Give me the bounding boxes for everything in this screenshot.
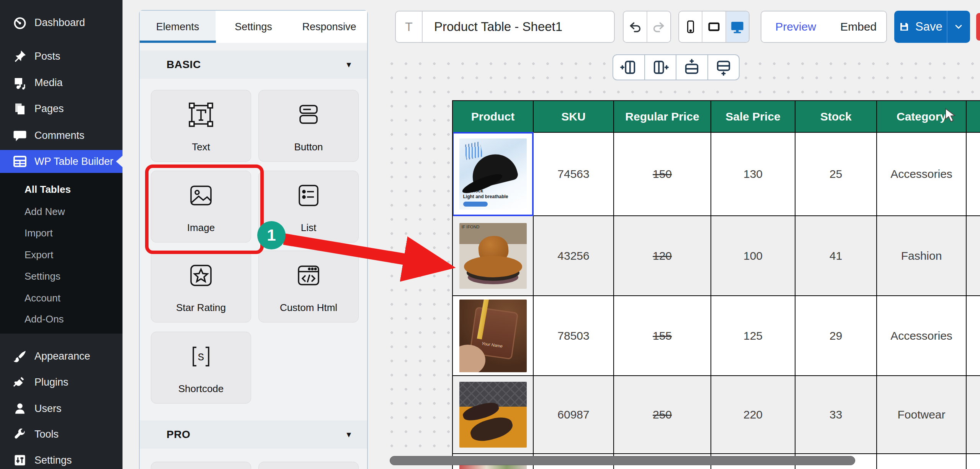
element-card-image[interactable]: Image [151,171,251,243]
sale-price-cell[interactable]: 220 [711,376,795,453]
category-cell[interactable]: Accessories [877,296,967,375]
product-image-cell-selected[interactable]: sunblock Light and breathable [453,133,534,215]
element-card-button[interactable]: Button [258,90,359,162]
sliders-icon [12,453,28,468]
tab-responsive[interactable]: Responsive [291,11,367,43]
sale-price-cell[interactable]: 125 [711,296,795,375]
tablet-preview-button[interactable] [702,11,725,42]
insert-column-after-button[interactable] [644,55,676,80]
regular-price-cell[interactable]: 155 [614,296,711,375]
submenu-item-export[interactable]: Export [24,245,53,264]
table-icon [12,154,28,169]
basic-section-header[interactable]: BASIC ▼ [140,50,367,79]
product-image-cell[interactable]: Your Name [453,296,534,375]
sidebar-item-wp-table-builder[interactable]: WP Table Builder [0,150,122,173]
stock-cell[interactable]: 29 [795,296,877,375]
insert-toolbar [612,54,740,80]
insert-row-after-button[interactable] [707,55,739,80]
column-header-partial [967,101,980,132]
sidebar-item-appearance[interactable]: Appearance [0,343,122,370]
sidebar-item-posts[interactable]: Posts [0,43,122,70]
tab-settings[interactable]: Settings [216,11,291,43]
redo-icon [651,19,666,34]
sale-price-cell[interactable]: 130 [711,133,795,215]
product-photo: Your Name [459,300,527,372]
sidebar-item-tools[interactable]: Tools [0,421,122,448]
save-dropdown-button[interactable] [947,11,970,43]
cell-partial [967,133,980,215]
column-header[interactable]: Sale Price [711,101,795,132]
category-cell[interactable]: Fashion [877,216,967,295]
category-cell[interactable]: Footwear [877,376,967,453]
element-card-text[interactable]: Text [151,90,251,162]
wp-table-builder-screen: Dashboard Posts Media Pages Comments WP [0,0,980,469]
redo-button[interactable] [647,11,670,42]
submenu-item-account[interactable]: Account [24,288,60,308]
table-row: Your Name 78503 155 125 29 Accessories [453,296,980,376]
active-menu-notch [116,156,122,167]
comment-icon [12,128,28,143]
sku-cell[interactable]: 43256 [534,216,614,295]
submenu-item-import[interactable]: Import [24,223,53,243]
product-image-cell[interactable]: IF IFOND [453,216,534,295]
insert-row-before-button[interactable] [676,55,707,80]
column-header[interactable]: Regular Price [614,101,711,132]
submenu-item-settings[interactable]: Settings [24,267,60,286]
preview-embed-group: Preview Embed [761,11,887,43]
list-element-icon [294,181,323,212]
sidebar-item-pages[interactable]: Pages [0,95,122,122]
embed-button[interactable]: Embed [825,11,887,42]
category-cell[interactable]: Accessories [877,133,967,215]
tab-elements[interactable]: Elements [140,11,216,43]
photo-badge [463,202,488,207]
preview-button[interactable]: Preview [761,11,825,42]
sku-cell[interactable]: 78503 [534,296,614,375]
table-name-input[interactable]: Product Table - Sheet1 [423,11,614,42]
cell-partial [967,296,980,375]
element-card-partial[interactable] [258,462,359,469]
element-card-shortcode[interactable]: S Shortcode [151,332,251,404]
element-card-partial[interactable] [151,462,251,469]
regular-price-cell[interactable]: 120 [614,216,711,295]
table-title-field[interactable]: T Product Table - Sheet1 [395,11,615,43]
submenu-item-all-tables[interactable]: All Tables [24,180,71,199]
column-header[interactable]: Product [453,101,534,132]
stock-cell[interactable]: 33 [795,376,877,453]
sidebar-item-settings[interactable]: Settings [0,447,122,469]
save-button-group: Save [894,11,970,43]
product-image-cell[interactable] [453,376,534,453]
sku-cell[interactable]: 74563 [534,133,614,215]
red-action-button-partial[interactable] [976,13,980,41]
pro-section-header[interactable]: PRO ▼ [140,420,367,449]
sidebar-item-comments[interactable]: Comments [0,122,122,149]
submenu-item-add-new[interactable]: Add New [24,202,65,221]
stock-cell[interactable]: 25 [795,133,877,215]
step-badge: 1 [257,221,286,249]
product-table: Product SKU Regular Price Sale Price Sto… [452,100,980,469]
sidebar-item-dashboard[interactable]: Dashboard [0,9,122,36]
submenu-item-add-ons[interactable]: Add-Ons [24,309,64,329]
horizontal-scrollbar[interactable] [390,456,855,465]
sale-price-cell[interactable]: 100 [711,216,795,295]
regular-price-cell[interactable]: 250 [614,376,711,453]
desktop-preview-button[interactable] [726,11,749,42]
undo-button[interactable] [624,11,647,42]
collapse-caret-icon[interactable]: ▼ [345,60,353,69]
save-button[interactable]: Save [894,11,947,43]
sku-cell[interactable]: 60987 [534,376,614,453]
table-header-row: Product SKU Regular Price Sale Price Sto… [453,101,980,133]
stock-cell[interactable]: 41 [795,216,877,295]
element-card-custom-html[interactable]: Custom Html [258,251,359,322]
insert-column-before-button[interactable] [613,55,644,80]
collapse-caret-icon[interactable]: ▼ [345,430,353,439]
regular-price-cell[interactable]: 150 [614,133,711,215]
sidebar-item-users[interactable]: Users [0,395,122,422]
undo-icon [627,19,643,34]
sidebar-item-media[interactable]: Media [0,69,122,96]
element-card-star-rating[interactable]: Star Rating [151,251,251,322]
shortcode-element-icon: S [186,342,216,373]
column-header[interactable]: SKU [534,101,614,132]
mobile-preview-button[interactable] [679,11,702,42]
sidebar-item-plugins[interactable]: Plugins [0,369,122,396]
column-header[interactable]: Stock [795,101,877,132]
